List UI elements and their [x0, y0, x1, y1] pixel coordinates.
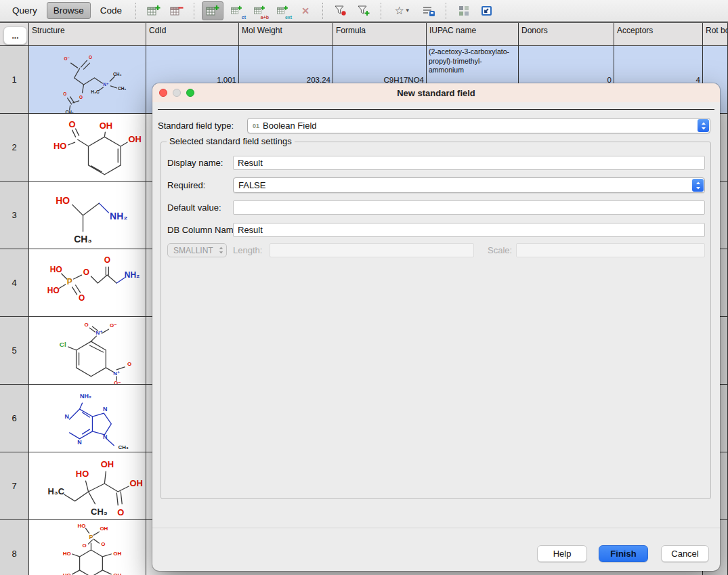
svg-text:O: O — [104, 255, 110, 265]
column-header-iupac[interactable]: IUPAC name — [427, 22, 519, 46]
row-number[interactable]: 7 — [0, 452, 29, 520]
export-icon[interactable] — [477, 2, 497, 20]
row-number[interactable]: 3 — [0, 182, 29, 249]
filter-current-icon[interactable] — [330, 2, 351, 20]
column-header-formula[interactable]: Formula — [333, 22, 427, 46]
dialog-titlebar[interactable]: New standard field — [152, 83, 720, 102]
svg-text:N⁺: N⁺ — [113, 370, 120, 376]
scale-label: Scale: — [488, 245, 512, 255]
db-column-label: DB Column Name: — [167, 225, 240, 235]
structure-cell[interactable]: Cl N⁺ O O⁻ N⁺ O O⁻ — [29, 317, 146, 385]
field-type-value: Boolean Field — [263, 121, 317, 131]
svg-text:O: O — [82, 542, 86, 549]
list-save-icon — [422, 5, 435, 17]
row-number[interactable]: 4 — [0, 249, 29, 317]
delete-icon[interactable]: ✕ — [295, 2, 316, 20]
funnel-plus-icon — [357, 5, 370, 17]
column-header-structure[interactable]: Structure — [29, 22, 146, 46]
svg-text:O⁻: O⁻ — [110, 322, 116, 328]
tab-query[interactable]: Query — [5, 2, 44, 19]
phosphate-amino-ketone-structure: HO HO P O O O NH₂ — [29, 249, 146, 317]
cancel-button[interactable]: Cancel — [661, 545, 709, 562]
help-button[interactable]: Help — [537, 545, 587, 562]
scale-input — [516, 243, 705, 257]
structure-cell[interactable]: HO NH₂ CH₃ — [29, 182, 146, 249]
new-chemical-terms-field-icon[interactable]: ct — [226, 2, 247, 20]
row-number[interactable]: 1 — [0, 46, 29, 114]
structure-cell[interactable]: N N N N NH₂ CH₃ — [29, 385, 146, 452]
stepper-icon[interactable] — [692, 179, 704, 192]
svg-text:HO: HO — [63, 572, 71, 575]
structure-cell[interactable]: O HO OH OH — [29, 114, 146, 182]
row-number[interactable]: 5 — [0, 317, 29, 385]
toolbar-separator — [322, 3, 324, 19]
required-select[interactable]: FALSE — [233, 177, 705, 193]
display-name-label: Display name: — [167, 158, 223, 168]
finish-button[interactable]: Finish — [599, 545, 648, 562]
column-header-mol-weight[interactable]: Mol Weight — [239, 22, 333, 46]
svg-text:O: O — [79, 94, 83, 99]
svg-text:H₃C: H₃C — [91, 89, 100, 93]
add-field-icon[interactable] — [144, 2, 164, 20]
svg-text:HO: HO — [76, 469, 89, 479]
star-icon: ☆ — [394, 5, 404, 16]
display-name-input[interactable] — [233, 156, 705, 170]
stepper-icon[interactable] — [698, 119, 709, 132]
toolbar-separator — [381, 3, 382, 19]
structure-cell[interactable]: HO HO P O O O NH₂ — [29, 249, 146, 317]
column-header-donors[interactable]: Donors — [519, 22, 614, 46]
row-number[interactable]: 2 — [0, 114, 29, 182]
table-plus-icon — [147, 5, 160, 17]
export-arrow-icon — [480, 5, 494, 17]
favorites-dropdown[interactable]: ☆ ▼ — [389, 2, 416, 20]
db-type-select[interactable]: SMALLINT — [167, 243, 227, 257]
svg-text:O: O — [84, 322, 88, 328]
svg-text:OH: OH — [100, 526, 108, 532]
minimize-window-icon[interactable] — [173, 89, 181, 97]
column-header-acceptors[interactable]: Acceptors — [614, 22, 703, 46]
svg-text:O: O — [117, 507, 124, 517]
ext-sublabel: ext — [285, 15, 292, 20]
layout-grid-icon[interactable] — [454, 2, 474, 20]
dihydroxybenzoic-acid-structure: O HO OH OH — [29, 114, 146, 182]
svg-text:NH₂: NH₂ — [125, 270, 140, 280]
stepper-icon — [218, 245, 224, 255]
manage-views-icon[interactable] — [419, 2, 439, 20]
close-window-icon[interactable] — [159, 89, 167, 97]
structure-cell[interactable]: HO OH P O O HO OH HO OH — [29, 520, 146, 575]
filter-add-icon[interactable] — [354, 2, 374, 20]
table-options-button[interactable]: ... — [3, 26, 27, 45]
length-input — [270, 243, 474, 257]
column-header-rot-bonds[interactable]: Rot bonds — [703, 22, 728, 46]
remove-field-icon[interactable] — [167, 2, 187, 20]
db-type-value: SMALLINT — [173, 246, 213, 255]
tab-code[interactable]: Code — [93, 2, 129, 19]
row-number[interactable]: 6 — [0, 385, 29, 452]
svg-text:O: O — [89, 55, 92, 60]
structure-cell[interactable]: O⁻ O N⁺ CH₃ CH₃ H₃C O O CH₃ — [29, 46, 146, 114]
new-extra-field-icon[interactable]: ext — [272, 2, 293, 20]
boolean-field-icon: 01 — [253, 123, 259, 129]
new-calculated-field-icon[interactable]: a+b — [249, 2, 270, 20]
field-type-label: Standard field type: — [158, 121, 234, 131]
ct-sublabel: ct — [242, 15, 246, 20]
svg-text:H₃C: H₃C — [47, 486, 64, 496]
length-label: Length: — [233, 245, 262, 255]
svg-text:HO: HO — [53, 140, 66, 150]
svg-text:HO: HO — [47, 285, 60, 295]
column-header-cdid[interactable]: CdId — [146, 22, 239, 46]
structure-cell[interactable]: H₃C OH HO OH CH₃ O — [29, 452, 146, 520]
svg-text:N: N — [103, 406, 107, 412]
svg-text:HO: HO — [50, 265, 62, 274]
field-type-select[interactable]: 01 Boolean Field — [247, 118, 710, 133]
svg-text:N⁺: N⁺ — [103, 81, 109, 86]
svg-text:P: P — [67, 276, 72, 286]
new-standard-field-icon[interactable] — [202, 1, 223, 20]
db-column-input[interactable] — [233, 223, 705, 237]
zoom-window-icon[interactable] — [186, 89, 194, 97]
ab-sublabel: a+b — [261, 15, 269, 20]
tab-browse[interactable]: Browse — [47, 2, 91, 19]
default-value-input[interactable] — [233, 200, 705, 215]
ethyladenine-structure: N N N N NH₂ CH₃ — [29, 385, 146, 452]
row-number[interactable]: 8 — [0, 520, 29, 575]
